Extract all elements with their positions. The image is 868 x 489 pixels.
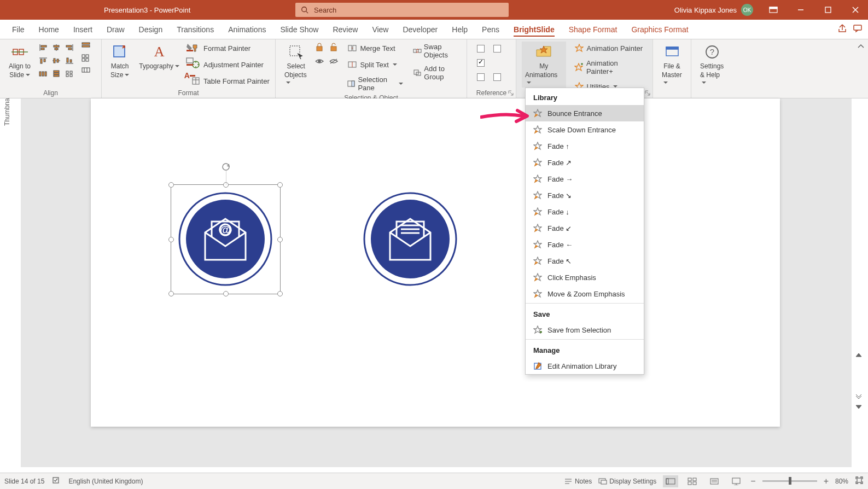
tab-animations[interactable]: Animations xyxy=(222,20,272,39)
tab-draw[interactable]: Draw xyxy=(100,20,131,39)
tab-transitions[interactable]: Transitions xyxy=(170,20,220,39)
save-from-selection-item[interactable]: Save from Selection xyxy=(526,322,644,338)
distribute-v-icon[interactable] xyxy=(50,68,62,80)
align-center-icon[interactable] xyxy=(50,42,62,54)
share-icon[interactable] xyxy=(837,24,847,36)
reading-view-icon[interactable] xyxy=(707,475,722,487)
lock-icon[interactable] xyxy=(314,42,325,53)
align-misc-1-icon[interactable] xyxy=(81,42,91,53)
select-objects-button[interactable]: Select Objects xyxy=(281,42,311,88)
library-item-fade-nw[interactable]: Fade ↖ xyxy=(526,253,644,269)
tab-help[interactable]: Help xyxy=(445,20,474,39)
library-item-fade-down[interactable]: Fade ↓ xyxy=(526,203,644,220)
normal-view-icon[interactable] xyxy=(663,475,678,487)
hide-icon[interactable] xyxy=(328,56,339,67)
close-icon[interactable] xyxy=(843,0,868,20)
my-animations-button[interactable]: My Animations xyxy=(522,42,566,88)
align-middle-icon[interactable] xyxy=(50,55,62,67)
ref-check-3[interactable] xyxy=(477,59,485,67)
outline-color-icon[interactable] xyxy=(184,56,195,67)
collapse-ribbon-icon[interactable] xyxy=(857,42,865,51)
distribute-h-icon[interactable] xyxy=(37,68,49,80)
selection-handle-s[interactable] xyxy=(223,291,229,296)
animation-painter-button[interactable]: Animation Painter xyxy=(572,42,647,55)
zoom-level[interactable]: 80% xyxy=(835,478,848,485)
user-account[interactable]: Olivia Kippax Jones OK xyxy=(674,4,753,16)
format-painter-button[interactable]: Format Painter xyxy=(188,42,272,55)
fit-to-window-icon[interactable] xyxy=(855,476,864,486)
align-right-icon[interactable] xyxy=(63,42,75,54)
split-text-button[interactable]: Split Text xyxy=(345,58,405,71)
match-size-button[interactable]: Match Size xyxy=(107,42,132,80)
zoom-out-button[interactable]: − xyxy=(750,476,755,486)
slide-counter[interactable]: Slide 14 of 15 xyxy=(4,478,44,485)
table-format-painter-button[interactable]: Table Format Painter xyxy=(188,74,272,88)
minimize-icon[interactable] xyxy=(788,0,813,20)
tab-view[interactable]: View xyxy=(365,20,395,39)
font-color-icon[interactable]: A xyxy=(184,70,195,81)
library-item-fade-sw[interactable]: Fade ↙ xyxy=(526,220,644,236)
selection-handle-ne[interactable] xyxy=(277,182,283,188)
language-label[interactable]: English (United Kingdom) xyxy=(68,478,143,485)
selection-handle-e[interactable] xyxy=(277,237,283,242)
tab-brightslide[interactable]: BrightSlide xyxy=(507,20,561,39)
settings-help-button[interactable]: ? Settings & Help xyxy=(697,42,727,88)
selection-handle-nw[interactable] xyxy=(168,182,174,188)
merge-text-button[interactable]: Merge Text xyxy=(345,42,405,55)
tab-home[interactable]: Home xyxy=(32,20,66,39)
scroll-up-icon[interactable] xyxy=(855,350,864,359)
library-item-fade-left[interactable]: Fade ← xyxy=(526,236,644,253)
library-item-move-zoom-emphasis[interactable]: Move & Zoom Emphasis xyxy=(526,286,644,302)
maximize-icon[interactable] xyxy=(815,0,841,20)
dialog-launcher-icon[interactable] xyxy=(644,89,651,97)
tab-insert[interactable]: Insert xyxy=(67,20,99,39)
library-item-fade-up[interactable]: Fade ↑ xyxy=(526,138,644,154)
email-lines-circle-icon[interactable] xyxy=(363,191,458,287)
comments-icon[interactable] xyxy=(853,24,863,36)
slide-sorter-view-icon[interactable] xyxy=(685,475,700,487)
show-icon[interactable] xyxy=(314,56,325,67)
align-misc-3-icon[interactable] xyxy=(81,66,91,77)
ref-check-1[interactable] xyxy=(477,45,485,53)
align-left-icon[interactable] xyxy=(37,42,49,54)
ref-check-2[interactable] xyxy=(493,45,501,53)
fill-color-icon[interactable] xyxy=(184,42,195,53)
slide[interactable]: @ xyxy=(91,98,780,427)
selection-pane-button[interactable]: Selection Pane xyxy=(345,74,405,93)
align-misc-2-icon[interactable] xyxy=(81,54,91,65)
dialog-launcher-icon[interactable] xyxy=(507,89,515,97)
library-item-scale-down-entrance[interactable]: Scale Down Entrance xyxy=(526,121,644,138)
scroll-down-icon[interactable] xyxy=(855,402,864,411)
library-item-fade-right[interactable]: Fade → xyxy=(526,171,644,187)
scroll-marker-icon[interactable] xyxy=(855,391,864,400)
notes-button[interactable]: Notes xyxy=(564,478,592,485)
zoom-slider[interactable] xyxy=(762,480,817,482)
zoom-in-button[interactable]: + xyxy=(824,476,829,486)
tab-pens[interactable]: Pens xyxy=(475,20,506,39)
library-item-click-emphasis[interactable]: Click Emphasis xyxy=(526,269,644,286)
tab-file[interactable]: File xyxy=(5,20,31,39)
tab-shape-format[interactable]: Shape Format xyxy=(562,20,624,39)
library-item-bounce-entrance[interactable]: Bounce Entrance xyxy=(526,105,644,121)
selection-handle-w[interactable] xyxy=(168,237,174,242)
ref-check-4[interactable] xyxy=(477,73,485,81)
tab-graphics-format[interactable]: Graphics Format xyxy=(625,20,695,39)
animation-painter-plus-button[interactable]: Animation Painter+ xyxy=(572,58,647,77)
grid-icon[interactable] xyxy=(63,68,75,80)
selection-handle-sw[interactable] xyxy=(168,291,174,296)
slideshow-view-icon[interactable] xyxy=(729,475,744,487)
add-to-group-button[interactable]: Add to Group xyxy=(411,63,461,82)
unlock-icon[interactable] xyxy=(328,42,339,53)
typography-button[interactable]: A Typography xyxy=(136,42,183,71)
edit-animation-library-item[interactable]: Edit Animation Library xyxy=(526,358,644,374)
tab-review[interactable]: Review xyxy=(326,20,364,39)
adjustment-painter-button[interactable]: Adjustment Painter xyxy=(188,58,272,71)
align-to-slide-button[interactable]: Align to Slide xyxy=(5,42,34,80)
align-top-icon[interactable] xyxy=(37,55,49,67)
ribbon-display-icon[interactable] xyxy=(761,0,786,20)
library-item-fade-ne[interactable]: Fade ↗ xyxy=(526,154,644,171)
search-input[interactable]: Search xyxy=(295,3,509,17)
align-bottom-icon[interactable] xyxy=(63,55,75,67)
ref-check-5[interactable] xyxy=(493,73,501,81)
swap-objects-button[interactable]: Swap Objects xyxy=(411,42,461,60)
